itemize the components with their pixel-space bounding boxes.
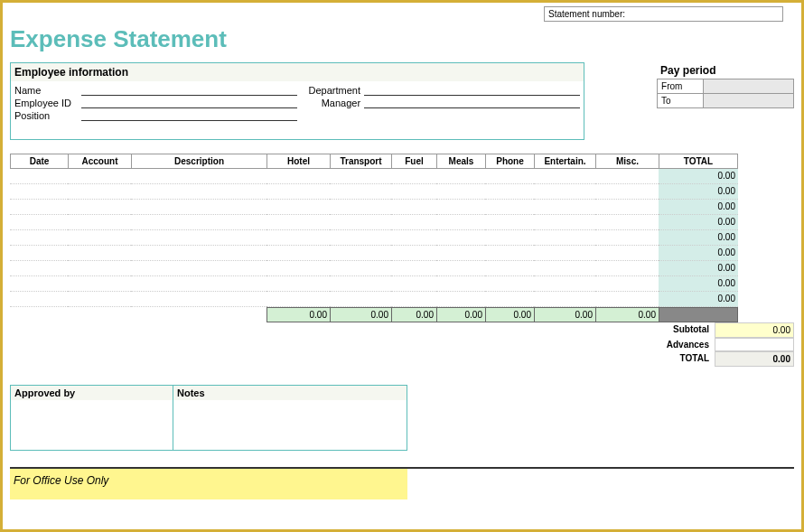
cell-entertain[interactable] — [534, 215, 595, 230]
cell-fuel[interactable] — [391, 276, 436, 292]
table-row[interactable]: 0.00 — [10, 215, 794, 230]
cell-hotel[interactable] — [266, 184, 330, 200]
cell-account[interactable] — [68, 276, 131, 292]
cell-transport[interactable] — [330, 292, 391, 307]
cell-description[interactable] — [131, 246, 266, 261]
cell-transport[interactable] — [330, 200, 391, 215]
table-row[interactable]: 0.00 — [10, 246, 794, 261]
cell-hotel[interactable] — [266, 169, 330, 184]
cell-entertain[interactable] — [534, 169, 595, 184]
cell-transport[interactable] — [330, 276, 391, 292]
cell-misc[interactable] — [595, 246, 659, 261]
cell-transport[interactable] — [330, 261, 391, 276]
position-field[interactable] — [81, 110, 297, 121]
department-field[interactable] — [364, 85, 580, 96]
table-row[interactable]: 0.00 — [10, 200, 794, 215]
cell-misc[interactable] — [595, 200, 659, 215]
cell-misc[interactable] — [595, 276, 659, 292]
cell-hotel[interactable] — [266, 292, 330, 307]
cell-account[interactable] — [68, 184, 131, 200]
cell-entertain[interactable] — [534, 276, 595, 292]
manager-field[interactable] — [364, 98, 580, 108]
cell-account[interactable] — [68, 230, 131, 246]
cell-date[interactable] — [10, 230, 68, 246]
cell-phone[interactable] — [485, 230, 534, 246]
cell-entertain[interactable] — [534, 292, 595, 307]
cell-hotel[interactable] — [266, 200, 330, 215]
cell-fuel[interactable] — [391, 200, 436, 215]
cell-date[interactable] — [10, 200, 68, 215]
cell-misc[interactable] — [595, 184, 659, 200]
cell-entertain[interactable] — [534, 200, 595, 215]
cell-misc[interactable] — [595, 169, 659, 184]
table-row[interactable]: 0.00 — [10, 230, 794, 246]
cell-description[interactable] — [131, 261, 266, 276]
name-field[interactable] — [81, 85, 297, 96]
cell-hotel[interactable] — [266, 215, 330, 230]
cell-phone[interactable] — [485, 184, 534, 200]
cell-meals[interactable] — [436, 184, 485, 200]
cell-transport[interactable] — [330, 246, 391, 261]
cell-entertain[interactable] — [534, 261, 595, 276]
cell-fuel[interactable] — [391, 246, 436, 261]
cell-date[interactable] — [10, 261, 68, 276]
cell-fuel[interactable] — [391, 292, 436, 307]
cell-entertain[interactable] — [534, 230, 595, 246]
cell-misc[interactable] — [595, 230, 659, 246]
cell-hotel[interactable] — [266, 246, 330, 261]
cell-entertain[interactable] — [534, 246, 595, 261]
cell-fuel[interactable] — [391, 261, 436, 276]
cell-meals[interactable] — [436, 246, 485, 261]
cell-phone[interactable] — [485, 169, 534, 184]
cell-fuel[interactable] — [391, 169, 436, 184]
cell-date[interactable] — [10, 292, 68, 307]
cell-date[interactable] — [10, 184, 68, 200]
cell-account[interactable] — [68, 261, 131, 276]
table-row[interactable]: 0.00 — [10, 184, 794, 200]
cell-misc[interactable] — [595, 215, 659, 230]
advances-value[interactable] — [715, 338, 794, 351]
approved-by-field[interactable] — [11, 400, 173, 450]
cell-description[interactable] — [131, 169, 266, 184]
cell-hotel[interactable] — [266, 261, 330, 276]
cell-account[interactable] — [68, 246, 131, 261]
cell-meals[interactable] — [436, 200, 485, 215]
cell-phone[interactable] — [485, 215, 534, 230]
cell-misc[interactable] — [595, 292, 659, 307]
cell-date[interactable] — [10, 246, 68, 261]
cell-meals[interactable] — [436, 230, 485, 246]
cell-date[interactable] — [10, 169, 68, 184]
cell-meals[interactable] — [436, 215, 485, 230]
from-field[interactable] — [703, 79, 793, 93]
cell-transport[interactable] — [330, 215, 391, 230]
cell-meals[interactable] — [436, 169, 485, 184]
cell-hotel[interactable] — [266, 230, 330, 246]
cell-description[interactable] — [131, 230, 266, 246]
cell-phone[interactable] — [485, 200, 534, 215]
table-row[interactable]: 0.00 — [10, 261, 794, 276]
cell-description[interactable] — [131, 200, 266, 215]
cell-fuel[interactable] — [391, 230, 436, 246]
cell-account[interactable] — [68, 169, 131, 184]
cell-phone[interactable] — [485, 261, 534, 276]
cell-date[interactable] — [10, 215, 68, 230]
cell-transport[interactable] — [330, 184, 391, 200]
cell-fuel[interactable] — [391, 184, 436, 200]
cell-misc[interactable] — [595, 261, 659, 276]
table-row[interactable]: 0.00 — [10, 292, 794, 307]
employee-id-field[interactable] — [81, 98, 297, 108]
notes-field[interactable] — [173, 400, 407, 450]
cell-transport[interactable] — [330, 230, 391, 246]
table-row[interactable]: 0.00 — [10, 276, 794, 292]
cell-phone[interactable] — [485, 292, 534, 307]
cell-fuel[interactable] — [391, 215, 436, 230]
cell-description[interactable] — [131, 215, 266, 230]
cell-description[interactable] — [131, 292, 266, 307]
cell-account[interactable] — [68, 215, 131, 230]
cell-date[interactable] — [10, 276, 68, 292]
cell-phone[interactable] — [485, 246, 534, 261]
to-field[interactable] — [703, 94, 793, 107]
cell-entertain[interactable] — [534, 184, 595, 200]
cell-account[interactable] — [68, 292, 131, 307]
cell-description[interactable] — [131, 276, 266, 292]
